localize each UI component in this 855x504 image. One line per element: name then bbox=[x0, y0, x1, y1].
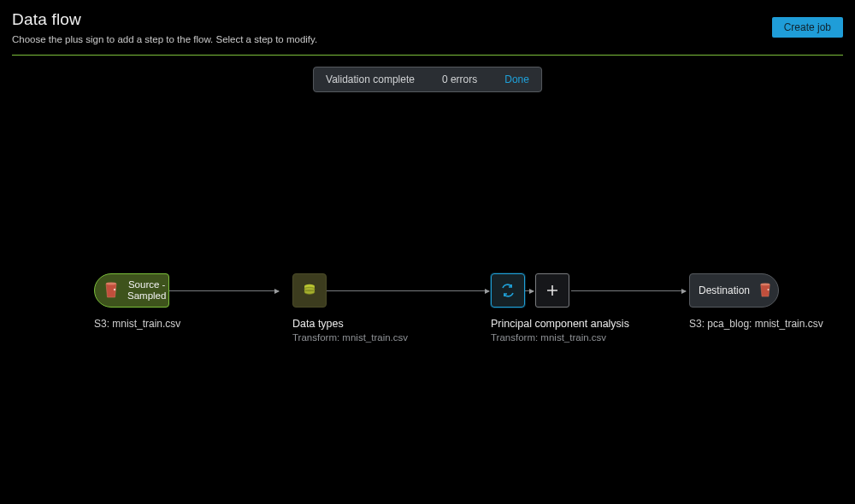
svg-point-1 bbox=[114, 289, 115, 290]
source-node-label: Source - Sampled bbox=[127, 279, 166, 301]
validation-status-bar: Validation complete 0 errors Done bbox=[313, 67, 542, 92]
page-subtitle: Choose the plus sign to add a step to th… bbox=[12, 34, 317, 44]
add-step-button[interactable] bbox=[535, 273, 569, 308]
flow-canvas[interactable]: Validation complete 0 errors Done Source… bbox=[12, 55, 843, 499]
title-block: Data flow Choose the plus sign to add a … bbox=[12, 10, 317, 44]
data-types-subtitle: Transform: mnist_train.csv bbox=[292, 332, 408, 343]
validation-done-link[interactable]: Done bbox=[504, 73, 529, 85]
svg-point-6 bbox=[768, 289, 770, 290]
flow-node-destination[interactable]: Destination bbox=[689, 273, 779, 308]
svg-point-0 bbox=[106, 282, 116, 284]
edge-pca-to-plus bbox=[525, 290, 534, 291]
flow-graph: Source - Sampled S3: mnist_train.csv Dat… bbox=[82, 273, 809, 444]
header-bar: Data flow Choose the plus sign to add a … bbox=[12, 0, 843, 55]
s3-bucket-icon bbox=[103, 282, 119, 299]
s3-bucket-icon bbox=[758, 283, 772, 298]
flow-node-data-types[interactable] bbox=[292, 273, 327, 308]
edge-plus-to-destination bbox=[571, 290, 686, 291]
plus-icon bbox=[546, 284, 558, 296]
svg-point-5 bbox=[761, 283, 770, 285]
destination-caption: S3: pca_blog: mnist_train.csv bbox=[689, 318, 823, 330]
validation-message: Validation complete bbox=[326, 73, 415, 85]
create-job-button[interactable]: Create job bbox=[772, 17, 843, 38]
edge-types-to-pca bbox=[327, 290, 489, 291]
destination-node-label: Destination bbox=[699, 284, 750, 296]
flow-node-source[interactable]: Source - Sampled bbox=[94, 273, 169, 308]
data-types-title: Data types Transform: mnist_train.csv bbox=[292, 318, 408, 343]
transform-cycle-icon bbox=[499, 282, 516, 299]
source-caption: S3: mnist_train.csv bbox=[94, 318, 180, 330]
page-title: Data flow bbox=[12, 10, 317, 29]
edge-source-to-types bbox=[169, 290, 279, 291]
database-icon bbox=[302, 283, 317, 298]
flow-node-pca[interactable] bbox=[491, 273, 525, 308]
validation-errors: 0 errors bbox=[442, 73, 477, 85]
pca-title: Principal component analysis Transform: … bbox=[491, 318, 629, 343]
pca-subtitle: Transform: mnist_train.csv bbox=[491, 332, 629, 343]
